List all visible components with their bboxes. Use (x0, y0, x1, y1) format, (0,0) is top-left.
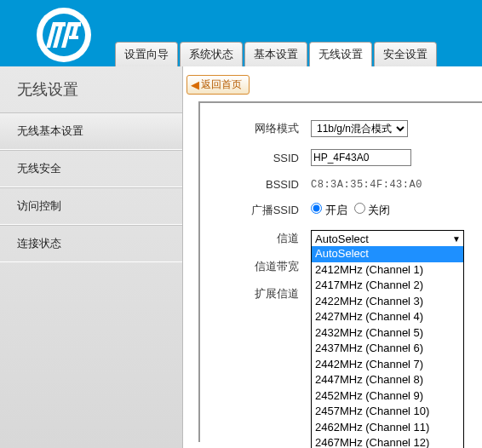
channel-option[interactable]: 2422MHz (Channel 3) (312, 294, 463, 310)
ssid-input[interactable] (311, 149, 411, 166)
channel-select[interactable]: AutoSelect ▼ AutoSelect 2412MHz (Channel… (311, 230, 464, 247)
broadcast-on-label: 开启 (325, 204, 347, 216)
network-mode-label: 网络模式 (200, 121, 311, 136)
tab-wireless-settings[interactable]: 无线设置 (309, 42, 372, 66)
broadcast-off-label: 关闭 (368, 204, 390, 216)
chevron-down-icon: ▼ (452, 234, 461, 244)
sidebar-title: 无线设置 (0, 66, 182, 112)
bssid-label: BSSID (200, 178, 311, 191)
channel-option[interactable]: 2442MHz (Channel 7) (312, 357, 463, 373)
broadcast-ssid-label: 广播SSID (200, 203, 311, 218)
back-home-button[interactable]: ◀ 返回首页 (186, 75, 250, 95)
channel-option[interactable]: 2417MHz (Channel 2) (312, 278, 463, 294)
svg-point-1 (43, 14, 85, 56)
tab-security-settings[interactable]: 安全设置 (374, 42, 437, 66)
form-panel: 网络模式 11b/g/n混合模式 SSID BSSID C8:3A:35:4F:… (198, 101, 482, 442)
main-content: ◀ 返回首页 网络模式 11b/g/n混合模式 SSID BS (183, 66, 482, 448)
channel-option[interactable]: 2427MHz (Channel 4) (312, 309, 463, 325)
channel-option[interactable]: 2462MHz (Channel 11) (312, 420, 463, 436)
broadcast-off-radio[interactable] (354, 203, 365, 214)
sidebar-item-connection-status[interactable]: 连接状态 (0, 225, 182, 262)
sidebar-item-access-control[interactable]: 访问控制 (0, 187, 182, 225)
tab-system-status[interactable]: 系统状态 (180, 42, 243, 66)
bandwidth-label: 信道带宽 (200, 259, 311, 274)
sidebar: 无线设置 无线基本设置 无线安全 访问控制 连接状态 (0, 66, 183, 448)
svg-rect-7 (72, 22, 81, 26)
bssid-value: C8:3A:35:4F:43:A0 (311, 179, 422, 191)
tab-bar: 设置向导 系统状态 基本设置 无线设置 安全设置 (115, 42, 437, 66)
channel-option[interactable]: 2467MHz (Channel 12) (312, 435, 463, 448)
broadcast-on-radio[interactable] (311, 203, 322, 214)
channel-option[interactable]: AutoSelect (312, 246, 463, 262)
sidebar-item-wireless-security[interactable]: 无线安全 (0, 150, 182, 187)
channel-option[interactable]: 2447MHz (Channel 8) (312, 372, 463, 388)
sidebar-item-wireless-basic[interactable]: 无线基本设置 (0, 112, 182, 150)
svg-rect-8 (69, 36, 78, 39)
channel-option[interactable]: 2432MHz (Channel 5) (312, 325, 463, 342)
ext-channel-label: 扩展信道 (200, 286, 311, 302)
channel-option[interactable]: 2457MHz (Channel 10) (312, 404, 463, 420)
channel-selected-value: AutoSelect (315, 233, 369, 245)
back-arrow-icon: ◀ (191, 78, 199, 91)
channel-option[interactable]: 2437MHz (Channel 6) (312, 341, 463, 357)
channel-label: 信道 (200, 231, 311, 246)
tab-setup-wizard[interactable]: 设置向导 (115, 42, 178, 66)
back-home-label: 返回首页 (201, 78, 242, 92)
header: 设置向导 系统状态 基本设置 无线设置 安全设置 (0, 0, 482, 66)
channel-option[interactable]: 2452MHz (Channel 9) (312, 388, 463, 405)
channel-option[interactable]: 2412MHz (Channel 1) (312, 262, 463, 279)
hp-logo (34, 5, 94, 67)
tab-basic-settings[interactable]: 基本设置 (244, 42, 307, 66)
svg-rect-4 (56, 22, 66, 26)
ssid-label: SSID (200, 152, 311, 164)
channel-dropdown: AutoSelect 2412MHz (Channel 1) 2417MHz (… (311, 246, 464, 448)
network-mode-select[interactable]: 11b/g/n混合模式 (311, 120, 408, 137)
